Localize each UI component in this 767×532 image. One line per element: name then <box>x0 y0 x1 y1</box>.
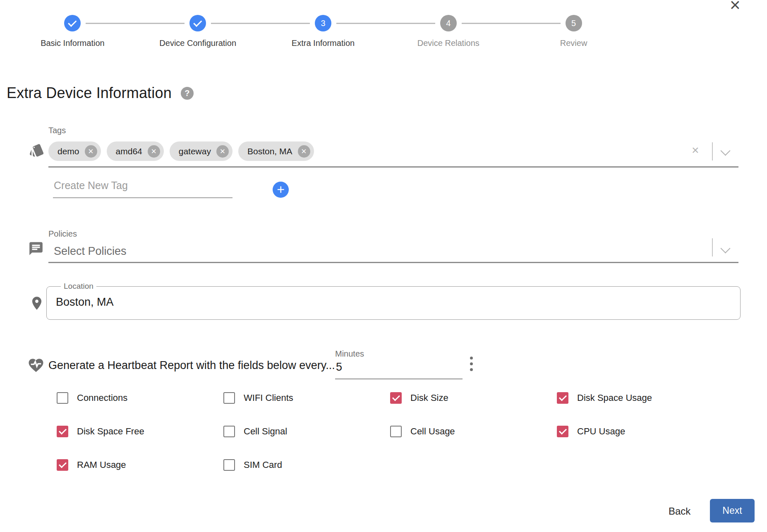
remove-tag-icon[interactable]: × <box>216 145 229 158</box>
next-button[interactable]: Next <box>710 499 755 522</box>
stepper-step-review[interactable]: 5Review <box>511 15 636 48</box>
checkbox-label[interactable]: WIFI Clients <box>244 393 293 403</box>
stepper-step-extra-information[interactable]: 3Extra Information <box>261 15 386 48</box>
checkbox-cell-usage[interactable] <box>390 426 402 437</box>
step-number: 3 <box>315 15 331 31</box>
step-label: Device Relations <box>417 38 479 48</box>
checkbox-label[interactable]: Disk Space Usage <box>577 393 652 403</box>
policies-chevron-down-icon[interactable] <box>720 243 730 253</box>
step-check-icon <box>189 15 206 31</box>
policies-label: Policies <box>48 229 77 239</box>
tags-chip-list: demo×amd64×gateway×Boston, MA× <box>48 141 314 161</box>
tag-chip-boston-ma: Boston, MA× <box>238 141 314 161</box>
policies-underline <box>48 262 738 263</box>
checkbox-label[interactable]: Cell Signal <box>244 426 287 437</box>
checkbox-label[interactable]: Disk Space Free <box>77 426 144 437</box>
checkbox-label[interactable]: SIM Card <box>244 460 282 470</box>
tag-chip-label: amd64 <box>116 146 142 156</box>
checkbox-connections[interactable] <box>57 392 68 404</box>
checkbox-label[interactable]: Disk Size <box>410 393 448 403</box>
back-button[interactable]: Back <box>659 501 700 521</box>
checkbox-cpu-usage[interactable] <box>557 426 568 437</box>
heartbeat-field-disk-space-free: Disk Space Free <box>57 426 223 437</box>
heartbeat-field-disk-space-usage: Disk Space Usage <box>557 392 724 404</box>
create-tag-input[interactable] <box>53 180 232 198</box>
close-icon[interactable]: × <box>730 0 741 14</box>
checkbox-cell-signal[interactable] <box>223 426 235 437</box>
step-label: Review <box>560 38 587 48</box>
step-label: Device Configuration <box>159 38 236 48</box>
checkbox-sim-card[interactable] <box>223 459 235 471</box>
heartbeat-field-sim-card: SIM Card <box>223 459 390 471</box>
tags-chevron-down-icon[interactable] <box>720 146 730 156</box>
stepper-step-device-configuration[interactable]: Device Configuration <box>135 15 261 48</box>
heartbeat-fields-grid: ConnectionsWIFI ClientsDisk SizeDisk Spa… <box>57 392 724 471</box>
step-check-icon <box>64 15 81 31</box>
remove-tag-icon[interactable]: × <box>148 145 160 158</box>
checkbox-wifi-clients[interactable] <box>223 392 235 404</box>
minutes-input[interactable] <box>335 361 463 379</box>
tag-chip-demo: demo× <box>48 141 101 161</box>
step-number: 4 <box>440 15 457 31</box>
step-label: Extra Information <box>292 38 355 48</box>
remove-tag-icon[interactable]: × <box>298 145 310 158</box>
checkbox-label[interactable]: Cell Usage <box>410 426 455 437</box>
policies-icon <box>28 241 44 256</box>
step-number: 5 <box>566 15 582 31</box>
tags-clear-icon[interactable]: × <box>692 144 699 156</box>
checkbox-label[interactable]: RAM Usage <box>77 460 126 470</box>
heartbeat-field-connections: Connections <box>57 392 223 404</box>
stepper-step-basic-information[interactable]: Basic Information <box>10 15 135 48</box>
location-label: Location <box>61 282 96 291</box>
help-icon[interactable]: ? <box>181 87 194 100</box>
add-tag-button[interactable]: + <box>273 182 289 198</box>
minutes-label: Minutes <box>335 349 364 359</box>
checkbox-disk-size[interactable] <box>390 392 402 404</box>
heartbeat-field-wifi-clients: WIFI Clients <box>223 392 390 404</box>
heartbeat-field-cell-signal: Cell Signal <box>223 426 390 437</box>
tags-icon <box>29 142 45 158</box>
stepper-step-device-relations[interactable]: 4Device Relations <box>386 15 511 48</box>
heartbeat-field-disk-size: Disk Size <box>390 392 557 404</box>
remove-tag-icon[interactable]: × <box>85 145 97 158</box>
checkbox-ram-usage[interactable] <box>57 459 68 471</box>
heartbeat-icon <box>27 357 45 374</box>
select-policies-field[interactable]: Select Policies <box>54 245 127 258</box>
location-field[interactable]: Location Boston, MA <box>46 282 741 320</box>
tag-chip-label: demo <box>58 146 79 156</box>
checkbox-label[interactable]: Connections <box>77 393 127 403</box>
checkbox-disk-space-usage[interactable] <box>557 392 568 404</box>
step-label: Basic Information <box>41 38 105 48</box>
tags-label: Tags <box>48 126 66 135</box>
title-row: Extra Device Information ? <box>7 84 194 102</box>
checkbox-disk-space-free[interactable] <box>57 426 68 437</box>
page-title: Extra Device Information <box>7 84 172 102</box>
tag-chip-gateway: gateway× <box>170 141 232 161</box>
tags-underline <box>48 166 738 168</box>
policies-divider <box>712 238 713 256</box>
tags-divider <box>712 142 713 161</box>
location-pin-icon <box>29 295 45 311</box>
tag-chip-label: Boston, MA <box>247 146 292 156</box>
heartbeat-text: Generate a Heartbeat Report with the fie… <box>48 359 335 372</box>
heartbeat-field-ram-usage: RAM Usage <box>57 459 223 471</box>
tag-chip-label: gateway <box>179 146 211 156</box>
checkbox-label[interactable]: CPU Usage <box>577 426 625 437</box>
location-value[interactable]: Boston, MA <box>56 296 740 309</box>
more-options-icon[interactable] <box>468 355 475 373</box>
tag-chip-amd64: amd64× <box>107 141 164 161</box>
heartbeat-field-cpu-usage: CPU Usage <box>557 426 724 437</box>
stepper: Basic InformationDevice Configuration3Ex… <box>10 15 636 48</box>
heartbeat-field-cell-usage: Cell Usage <box>390 426 557 437</box>
